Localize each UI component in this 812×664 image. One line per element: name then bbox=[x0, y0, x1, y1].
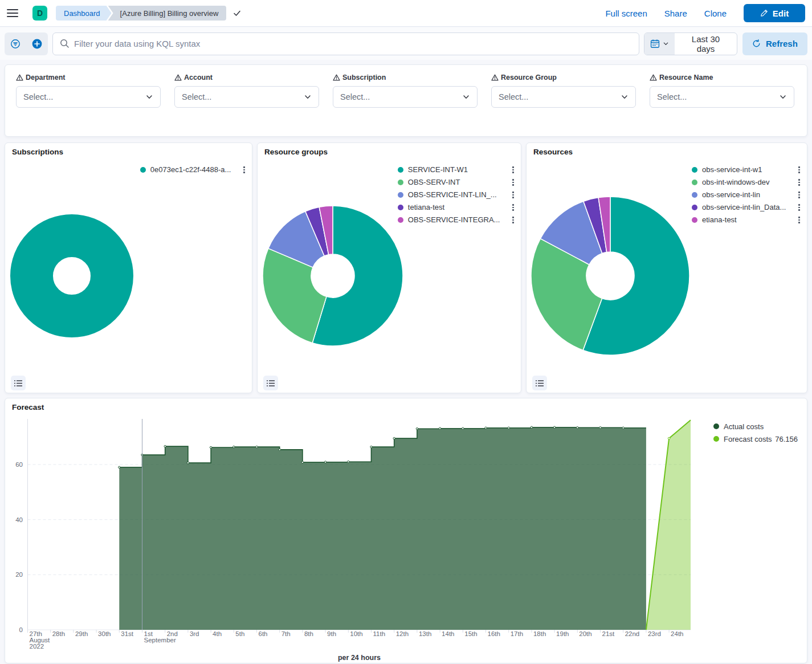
filter-select[interactable]: Select... bbox=[650, 86, 794, 108]
forecast-area-chart[interactable]: 020406027th28th29th30th31st1st2nd3rd4th5… bbox=[5, 398, 807, 663]
x-tick-label: 21st bbox=[602, 630, 615, 637]
legend-label[interactable]: etiana-test bbox=[702, 214, 786, 226]
legend-item-menu-icon[interactable] bbox=[242, 165, 246, 174]
x-tick-label: 13th bbox=[419, 630, 431, 637]
select-value: Select... bbox=[340, 92, 370, 101]
legend-label[interactable]: obs-service-int-w1 bbox=[702, 164, 786, 176]
x-tick-label: 14th bbox=[442, 630, 454, 637]
x-tick-label: 28th bbox=[52, 630, 65, 637]
legend-label[interactable]: SERVICE-INT-W1 bbox=[408, 164, 500, 176]
legend-toggle-button[interactable] bbox=[11, 376, 26, 390]
filter-label: Department bbox=[16, 74, 161, 82]
kql-search-input[interactable] bbox=[74, 39, 632, 48]
data-point bbox=[210, 446, 211, 448]
legend-color-dot bbox=[692, 205, 697, 210]
saved-queries-button[interactable] bbox=[5, 32, 26, 55]
legend-label[interactable]: tetiana-test bbox=[408, 201, 500, 214]
legend-item-menu-icon[interactable] bbox=[797, 165, 801, 174]
filter-controls-row: DepartmentSelect...AccountSelect...Subsc… bbox=[16, 74, 796, 108]
legend-label[interactable]: obs-service-int-lin bbox=[702, 189, 786, 201]
x-tick-label: 29th bbox=[75, 630, 88, 637]
data-point bbox=[508, 427, 509, 429]
subscriptions-legend: 0e073ec1-c22f-4488-a... bbox=[140, 164, 246, 176]
legend-label[interactable]: Actual costs bbox=[724, 422, 764, 431]
space-avatar[interactable]: D bbox=[32, 6, 47, 21]
x-tick-label: 3rd bbox=[190, 630, 199, 637]
filter-label-text: Account bbox=[184, 74, 213, 82]
full-screen-button[interactable]: Full screen bbox=[605, 9, 647, 18]
x-tick-label: 19th bbox=[556, 630, 569, 637]
menu-button[interactable] bbox=[0, 0, 25, 27]
legend-item-menu-icon[interactable] bbox=[797, 178, 801, 187]
legend-item-menu-icon[interactable] bbox=[511, 190, 515, 199]
data-point bbox=[393, 437, 395, 439]
share-button[interactable]: Share bbox=[664, 9, 687, 18]
data-point bbox=[462, 427, 464, 429]
refresh-button[interactable]: Refresh bbox=[742, 32, 807, 55]
breadcrumb-dashboard[interactable]: Dashboard bbox=[56, 6, 112, 21]
data-point bbox=[256, 446, 258, 447]
filter-select[interactable]: Select... bbox=[16, 86, 161, 108]
top-header: D Dashboard [Azure Billing] Billing over… bbox=[0, 0, 812, 27]
legend-item-menu-icon[interactable] bbox=[511, 203, 515, 212]
filter-label-text: Subscription bbox=[342, 74, 386, 82]
query-bar: Last 30 days Refresh bbox=[0, 27, 812, 60]
check-icon bbox=[232, 9, 242, 18]
legend-label[interactable]: OBS-SERVICE-INT-LIN_... bbox=[408, 189, 500, 201]
legend-item-menu-icon[interactable] bbox=[797, 203, 801, 212]
x-tick-label: 31st bbox=[121, 630, 134, 637]
legend-toggle-button[interactable] bbox=[532, 376, 547, 390]
actual-costs-area[interactable] bbox=[119, 427, 646, 630]
legend-label[interactable]: OBS-SERV-INT bbox=[408, 176, 500, 189]
data-point bbox=[233, 446, 235, 447]
filter-select[interactable]: Select... bbox=[333, 86, 478, 108]
data-point bbox=[279, 449, 280, 450]
x-tick-label: 16th bbox=[488, 630, 500, 637]
filter-select[interactable]: Select... bbox=[174, 86, 319, 108]
panel-subscriptions: Subscriptions 0e073ec1-c22f-4488-a... bbox=[5, 142, 252, 393]
legend-item-menu-icon[interactable] bbox=[797, 190, 801, 199]
legend-color-dot bbox=[713, 423, 719, 429]
add-filter-button[interactable] bbox=[26, 32, 48, 55]
resources-legend: obs-service-int-w1obs-int-windows-devobs… bbox=[692, 164, 801, 226]
donut-slice[interactable] bbox=[263, 249, 327, 343]
legend-item-menu-icon[interactable] bbox=[511, 215, 515, 225]
legend-item-menu-icon[interactable] bbox=[797, 215, 801, 225]
donut-slice[interactable] bbox=[32, 236, 112, 316]
legend-label[interactable]: obs-int-windows-dev bbox=[702, 176, 786, 189]
subscriptions-donut-chart[interactable] bbox=[5, 143, 253, 394]
forecast-costs-area[interactable] bbox=[646, 420, 691, 630]
select-value: Select... bbox=[23, 92, 53, 101]
legend-label[interactable]: 0e073ec1-c22f-4488-a... bbox=[150, 164, 231, 176]
legend-label[interactable]: obs-service-int-lin_Data... bbox=[702, 201, 786, 214]
filter-control-department: DepartmentSelect... bbox=[16, 74, 161, 108]
warning-icon bbox=[16, 74, 23, 81]
legend-color-dot bbox=[692, 180, 697, 185]
time-range-button[interactable]: Last 30 days bbox=[675, 33, 737, 55]
refresh-button-label: Refresh bbox=[766, 39, 798, 48]
legend-color-dot bbox=[140, 167, 146, 173]
data-point bbox=[348, 461, 349, 462]
data-point bbox=[370, 446, 372, 447]
date-quick-select-button[interactable] bbox=[644, 33, 675, 55]
y-tick-label: 60 bbox=[15, 461, 23, 468]
clone-button[interactable]: Clone bbox=[704, 9, 727, 18]
x-tick-label: 18th bbox=[533, 630, 546, 637]
legend-item: Actual costs bbox=[713, 420, 798, 433]
legend-toggle-button[interactable] bbox=[263, 376, 278, 390]
legend-label[interactable]: OBS-SERVICE-INTEGRA... bbox=[408, 214, 500, 226]
legend-label[interactable]: Forecast costs 76.156 bbox=[724, 435, 798, 443]
x-tick-label: 22nd bbox=[625, 630, 640, 637]
x-tick-label: 6th bbox=[259, 630, 268, 637]
filter-label: Subscription bbox=[333, 74, 478, 82]
edit-button[interactable]: Edit bbox=[744, 4, 805, 22]
filter-select[interactable]: Select... bbox=[491, 86, 636, 108]
legend-item-menu-icon[interactable] bbox=[511, 165, 515, 174]
data-point bbox=[599, 427, 601, 429]
legend-item-menu-icon[interactable] bbox=[511, 178, 515, 187]
legend-color-dot bbox=[398, 192, 403, 198]
legend-color-dot bbox=[398, 167, 403, 173]
edit-button-label: Edit bbox=[773, 9, 789, 18]
x-tick-label: 7th bbox=[281, 630, 291, 637]
data-point bbox=[164, 445, 166, 447]
